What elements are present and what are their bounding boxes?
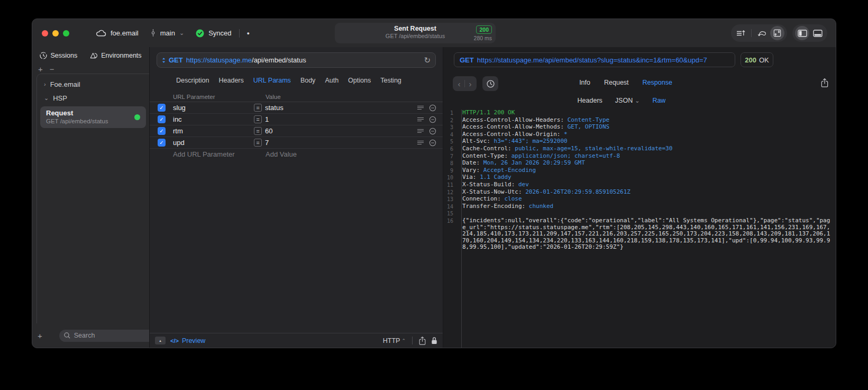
tab-environments[interactable]: Environments (90, 52, 141, 59)
row-options-icon[interactable] (417, 116, 424, 122)
param-enabled-checkbox[interactable]: ✓ (158, 139, 166, 147)
response-raw-view[interactable]: 1HTTP/1.1 200 OK2Access-Control-Allow-He… (443, 110, 836, 348)
response-nav-row: ‹ › Info Request Response (443, 76, 836, 92)
equals-icon: = (254, 104, 262, 112)
branch-name[interactable]: main (160, 29, 175, 37)
line-number: 10 (443, 174, 458, 182)
minimize-window-button[interactable] (52, 30, 59, 37)
titlebar: foe.email main ⌄ Synced ● Sent Request G… (32, 19, 836, 47)
row-options-icon[interactable] (417, 128, 424, 134)
tab-options[interactable]: Options (348, 77, 371, 84)
search-icon (64, 332, 70, 339)
param-enabled-checkbox[interactable]: ✓ (158, 115, 166, 123)
response-tabs: Info Request Response (430, 79, 822, 86)
line-content: {"incidents":null,"overall":{"code":"ope… (458, 217, 836, 251)
toolbar-right (731, 24, 827, 42)
add-param-row[interactable]: Add URL Parameter Add Value (150, 149, 443, 160)
footer-right-controls: HTTP ⌃ (383, 337, 437, 345)
remove-param-icon[interactable] (429, 139, 436, 147)
url-bar[interactable]: GET https://statuspage.me/api/embed/stat… (157, 52, 436, 68)
traffic-lights (42, 30, 69, 37)
toggle-sidebar-button[interactable] (795, 26, 809, 40)
tab-sessions-label: Sessions (50, 52, 77, 59)
subtab-headers[interactable]: Headers (578, 97, 602, 104)
toolbar-group-actions (731, 24, 787, 42)
branch-chevron-down-icon[interactable]: ⌄ (179, 30, 184, 37)
param-value-input[interactable]: 7 (265, 139, 417, 147)
sync-status-label: Synced (208, 29, 231, 37)
tab-auth[interactable]: Auth (325, 77, 339, 84)
tab-response[interactable]: Response (643, 79, 672, 86)
add-value-placeholder[interactable]: Add Value (266, 150, 297, 158)
param-name-input[interactable]: inc (173, 115, 254, 123)
tab-body[interactable]: Body (300, 77, 316, 84)
remove-item-button[interactable]: − (50, 65, 54, 74)
line-content: Content-Type: application/json; charset=… (458, 153, 836, 160)
response-status-text: OK (759, 56, 769, 64)
export-response-button[interactable] (821, 78, 828, 87)
sent-request-url-box[interactable]: GET https://statuspage.me/api/embed/stat… (454, 52, 735, 67)
search-input[interactable] (73, 331, 160, 340)
request-list-item-selected[interactable]: Request GET /api/embed/status (40, 106, 146, 128)
share-icon[interactable] (419, 337, 426, 345)
tab-description[interactable]: Description (176, 77, 209, 84)
tab-url-params[interactable]: URL Params (253, 77, 291, 84)
line-number: 7 (443, 153, 458, 160)
param-enabled-checkbox[interactable]: ✓ (158, 104, 166, 112)
param-name-input[interactable]: upd (173, 139, 254, 147)
param-value-input[interactable]: 60 (265, 127, 417, 135)
response-line: 15 (443, 210, 836, 217)
sync-transfer-button[interactable] (770, 26, 784, 40)
param-value-input[interactable]: 1 (265, 115, 417, 123)
url-params-table: URL Parameter Value ✓slug=status✓inc=1✓r… (150, 92, 443, 160)
response-line: 10Via: 1.1 Caddy (443, 174, 836, 182)
tab-request[interactable]: Request (604, 79, 629, 86)
toggle-bottom-panel-button[interactable] (810, 26, 825, 40)
sync-square-icon (773, 29, 782, 38)
line-content: Alt-Svc: h3=":443"; ma=2592000 (458, 138, 836, 146)
merge-button[interactable] (755, 26, 769, 40)
subtab-json-dropdown[interactable]: JSON ⌄ (615, 97, 640, 104)
request-summary-pill[interactable]: Sent Request GET /api/embed/status 200 2… (335, 23, 496, 43)
method-select-arrows-icon[interactable] (162, 57, 166, 64)
subtab-raw[interactable]: Raw (652, 97, 665, 104)
sort-export-button[interactable] (734, 26, 748, 40)
collapse-editor-button[interactable]: ▴ (155, 337, 166, 344)
tab-sessions[interactable]: Sessions (40, 52, 77, 59)
clock-icon (40, 52, 47, 59)
protocol-select[interactable]: HTTP ⌃ (383, 337, 406, 344)
close-window-button[interactable] (42, 30, 48, 37)
url-input[interactable]: https://statuspage.me/api/embed/status (186, 56, 421, 64)
line-number: 5 (443, 138, 458, 146)
tab-info[interactable]: Info (579, 79, 590, 86)
preview-button[interactable]: </> Preview (170, 337, 205, 344)
param-name-input[interactable]: slug (173, 104, 254, 112)
project-name[interactable]: foe.email (111, 29, 139, 37)
tab-testing[interactable]: Testing (380, 77, 401, 84)
row-options-icon[interactable] (417, 140, 424, 146)
remove-param-icon[interactable] (429, 128, 436, 135)
remove-param-icon[interactable] (429, 116, 436, 123)
response-line: 2Access-Control-Allow-Headers: Content-T… (443, 117, 836, 124)
add-item-button[interactable]: + (38, 65, 43, 74)
param-name-input[interactable]: rtm (173, 127, 254, 135)
param-value-input[interactable]: status (265, 104, 417, 112)
tree-item-foe-email[interactable]: › Foe.email (37, 77, 149, 91)
tree-item-hsp[interactable]: ⌄ HSP (37, 91, 149, 105)
tab-headers[interactable]: Headers (219, 77, 244, 84)
zoom-window-button[interactable] (63, 30, 69, 37)
response-subtabs: Headers JSON ⌄ Raw (425, 95, 818, 106)
lock-icon[interactable] (431, 337, 437, 344)
chevron-down-icon[interactable]: ⌄ (44, 95, 49, 102)
method-select[interactable]: GET (169, 56, 183, 64)
column-value: Value (266, 94, 281, 100)
param-row-actions (417, 116, 436, 123)
line-number: 13 (443, 196, 458, 203)
line-content: Connection: close (458, 196, 836, 203)
new-request-button[interactable]: + (38, 332, 42, 340)
row-options-icon[interactable] (417, 105, 424, 111)
param-enabled-checkbox[interactable]: ✓ (158, 127, 166, 135)
add-url-parameter-placeholder[interactable]: Add URL Parameter (173, 150, 266, 158)
resend-request-icon[interactable]: ↻ (424, 56, 431, 65)
chevron-right-icon[interactable]: › (44, 81, 46, 87)
